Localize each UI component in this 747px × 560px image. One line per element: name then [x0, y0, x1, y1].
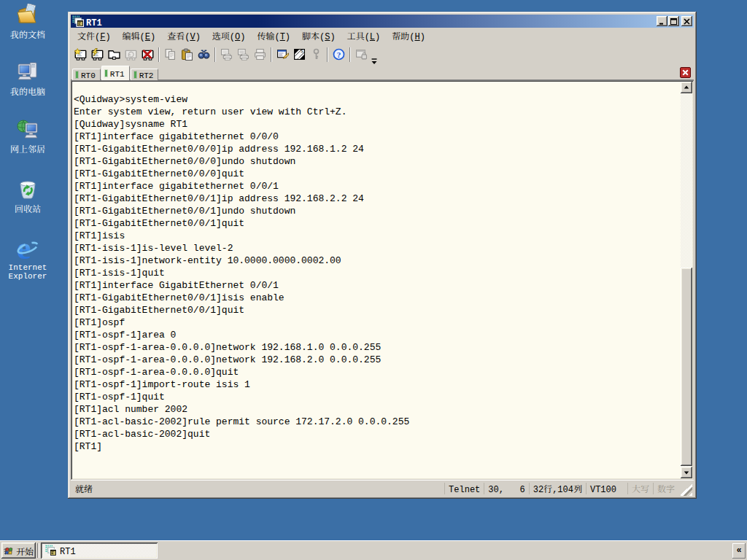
- menu-item[interactable]: 工具(L): [341, 27, 387, 45]
- terminal-line: [RT1]interface GigabitEthernet 0/0/1: [74, 279, 681, 292]
- terminal-line: [RT1]interface gigabitethernet 0/0/0: [74, 131, 681, 143]
- terminal-line: [RT1-GigabitEthernet0/0/1]isis enable: [74, 292, 681, 304]
- tab-close-button[interactable]: [680, 67, 691, 78]
- toolbar-separator: [349, 47, 351, 62]
- maximize-button[interactable]: [668, 16, 679, 26]
- terminal-area[interactable]: <Quidway>system-view Enter system view, …: [71, 80, 694, 480]
- toolbar-button[interactable]: [252, 46, 268, 63]
- start-button[interactable]: 开始: [1, 542, 36, 559]
- terminal-line: [RT1]isis: [74, 230, 681, 242]
- minimize-icon: [659, 18, 665, 25]
- desktop-icon[interactable]: 我的文档: [0, 4, 55, 39]
- toolbar-button-icon: [355, 48, 368, 61]
- toolbar-button[interactable]: [308, 46, 325, 63]
- toolbar-button[interactable]: [196, 46, 212, 63]
- menu-item[interactable]: 传输(T): [251, 27, 296, 45]
- menu-item[interactable]: 文件(F): [71, 27, 117, 45]
- desktop-icon[interactable]: 我的电脑: [0, 61, 55, 96]
- toolbar-button[interactable]: [139, 46, 156, 63]
- toolbar: [71, 44, 694, 65]
- desktop-icon[interactable]: Internet Explorer: [0, 238, 55, 281]
- scrollbar-thumb[interactable]: [681, 268, 692, 466]
- session-tab[interactable]: RT0: [72, 69, 101, 80]
- toolbar-button[interactable]: [218, 46, 235, 63]
- terminal-line: [RT1-GigabitEthernet0/0/1]undo shutdown: [74, 205, 681, 217]
- taskbar-task-button[interactable]: RT1: [41, 542, 158, 559]
- toolbar-button-icon: [220, 48, 233, 61]
- toolbar-button[interactable]: [162, 46, 179, 63]
- status-bar: 就绪 Telnet 30, 6 32行,104列 VT100 大写 数字: [71, 480, 694, 496]
- desktop-icon-image: [16, 118, 39, 141]
- toolbar-button[interactable]: [330, 46, 347, 63]
- desktop-icon-image: [16, 4, 39, 27]
- desktop-icon[interactable]: 回收站: [0, 178, 55, 213]
- session-tab[interactable]: RT1: [101, 66, 130, 80]
- desktop-icon-image: [16, 238, 39, 262]
- windows-flag-icon: [4, 546, 15, 556]
- toolbar-button-group: [72, 46, 89, 63]
- tab-connected-indicator: [76, 71, 78, 78]
- menu-item[interactable]: 脚本(S): [296, 27, 341, 45]
- terminal-line: [RT1-isis-1]quit: [74, 267, 681, 279]
- scroll-up-button[interactable]: [681, 82, 692, 93]
- minimize-button[interactable]: [657, 16, 667, 26]
- toolbar-button[interactable]: [274, 46, 291, 63]
- desktop-icon-label: 回收站: [0, 203, 55, 213]
- toolbar-overflow-button[interactable]: [371, 53, 378, 62]
- tray-chevron-button[interactable]: «: [732, 543, 746, 559]
- terminal-line: [RT1]acl number 2002: [74, 403, 681, 416]
- toolbar-button[interactable]: [72, 46, 89, 63]
- vertical-scrollbar[interactable]: [681, 82, 692, 478]
- tab-connected-indicator: [134, 71, 136, 78]
- toolbar-button-icon: [237, 48, 249, 61]
- terminal-line: [RT1-ospf-1]area 0: [74, 329, 681, 341]
- toolbar-button-group: [235, 46, 252, 63]
- toolbar-buttons: [72, 46, 370, 63]
- terminal-line: [RT1-GigabitEthernet0/0/0]ip address 192…: [74, 143, 681, 155]
- toolbar-button[interactable]: [123, 46, 139, 63]
- toolbar-button[interactable]: [235, 46, 252, 63]
- app-icon: [72, 15, 84, 27]
- toolbar-button-group: [196, 46, 218, 63]
- desktop-icon[interactable]: 网上邻居: [0, 118, 55, 153]
- toolbar-button[interactable]: [179, 46, 196, 63]
- toolbar-button-icon: [310, 48, 322, 61]
- title-bar[interactable]: RT1: [71, 15, 694, 28]
- resize-grip[interactable]: [680, 483, 692, 496]
- menu-bar: 文件(F) 编辑(E) 查看(V) 选项(O) 传输(T) 脚本(S) 工具(L…: [71, 28, 694, 44]
- toolbar-button[interactable]: [353, 46, 370, 63]
- status-pane: 32行,104列: [529, 483, 586, 494]
- toolbar-button-icon: [254, 48, 266, 61]
- toolbar-separator: [158, 47, 160, 62]
- close-button[interactable]: [681, 16, 692, 26]
- status-pane: 30, 6: [484, 483, 528, 494]
- toolbar-button-group: [179, 46, 196, 63]
- tab-label: RT0: [81, 69, 96, 81]
- maximize-icon: [670, 18, 677, 25]
- scroll-down-button[interactable]: [681, 467, 692, 478]
- toolbar-button-group: [218, 46, 235, 63]
- toolbar-button[interactable]: [106, 46, 123, 63]
- toolbar-button-group: [106, 46, 123, 63]
- terminal-line: [RT1-acl-basic-2002]quit: [74, 428, 681, 440]
- toolbar-button-group: [252, 46, 274, 63]
- toolbar-button-group: [89, 46, 106, 63]
- menu-item[interactable]: 查看(V): [161, 27, 206, 45]
- menu-item[interactable]: 编辑(E): [117, 27, 162, 45]
- taskbar: 开始 RT1 «: [0, 540, 747, 560]
- menu-item[interactable]: 选项(O): [206, 27, 252, 45]
- desktop-icon-label: 网上邻居: [0, 144, 55, 153]
- terminal-line: [RT1]: [74, 440, 681, 453]
- toolbar-button[interactable]: [291, 46, 308, 63]
- window-title: RT1: [86, 15, 102, 28]
- terminal-line: [RT1-isis-1]is-level level-2: [74, 242, 681, 254]
- menu-item[interactable]: 帮助(H): [386, 27, 431, 45]
- terminal-line: [RT1-GigabitEthernet0/0/0]undo shutdown: [74, 155, 681, 168]
- status-ready-text: 就绪: [71, 482, 444, 494]
- toolbar-button-icon: [142, 48, 154, 61]
- toolbar-separator: [271, 47, 272, 62]
- toolbar-button-icon: [293, 48, 306, 61]
- session-tab[interactable]: RT2: [131, 69, 159, 80]
- toolbar-button[interactable]: [89, 46, 106, 63]
- terminal-line: [RT1-ospf-1]quit: [74, 391, 681, 403]
